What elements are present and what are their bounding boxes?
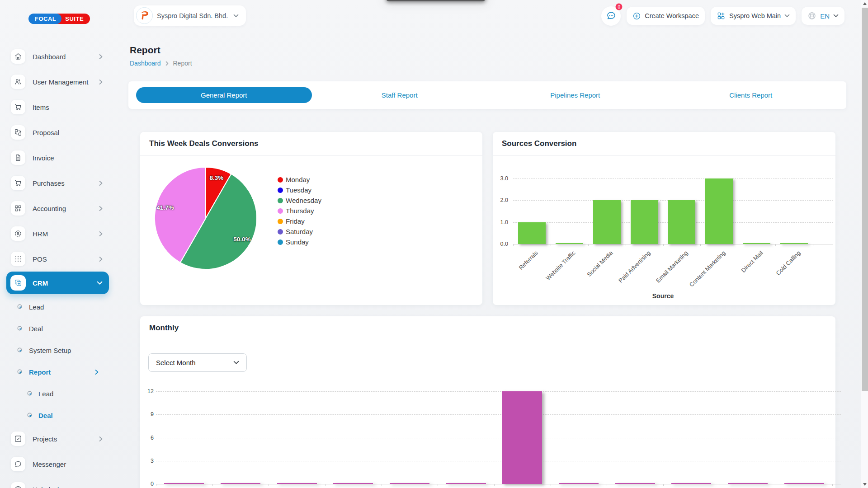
users-icon	[14, 78, 22, 86]
bar-referrals[interactable]	[518, 222, 546, 244]
chevron-right-icon	[95, 369, 99, 375]
legend-item[interactable]: Wednesday	[278, 195, 321, 206]
monthly-bar-chart: 036912	[140, 316, 835, 488]
bar-month-1[interactable]	[164, 483, 204, 484]
legend-label: Sunday	[286, 238, 309, 246]
bar-month-2[interactable]	[221, 483, 260, 484]
y-axis-tick: 3	[136, 458, 154, 464]
x-axis-tick	[607, 484, 607, 486]
sidebar-item-label: Dashboard	[33, 53, 66, 61]
tab-pipelines-report[interactable]: Pipelines Report	[487, 87, 663, 103]
x-axis-label: Content Marketing	[688, 249, 727, 288]
sidebar-item-purchases[interactable]: Purchases	[0, 170, 128, 196]
bar-email-marketing[interactable]	[668, 200, 695, 244]
sidebar-item-helpdesk[interactable]: Helpdesk	[0, 477, 128, 488]
gridline	[156, 391, 841, 392]
sidebar-subitem-system-setup[interactable]: System Setup	[0, 339, 128, 361]
bar-month-5[interactable]	[390, 483, 429, 484]
browser-overlay-shadow	[386, 0, 486, 1]
sidebar-subitem-lead[interactable]: Lead	[0, 383, 128, 404]
workspace-switcher[interactable]: Syspro Web Main	[711, 7, 796, 25]
sidebar-item-crm[interactable]: CRM	[6, 272, 109, 294]
breadcrumb-dashboard-link[interactable]: Dashboard	[130, 60, 161, 67]
sidebar-item-label: Projects	[33, 435, 57, 443]
sidebar-item-accounting[interactable]: Accounting	[0, 196, 128, 221]
bar-month-10[interactable]	[671, 483, 711, 484]
sidebar-subitem-label: Deal	[38, 412, 53, 419]
sidebar-icon-tile	[11, 482, 25, 488]
bar-month-6[interactable]	[446, 483, 486, 484]
tab-general-report[interactable]: General Report	[136, 87, 312, 103]
help-icon	[14, 485, 22, 488]
x-axis-tick	[382, 484, 382, 486]
sidebar-subitem-label: Lead	[38, 390, 53, 398]
sidebar-item-user-management[interactable]: User Management	[0, 69, 128, 94]
sidebar-subitem-deal[interactable]: Deal	[0, 318, 128, 339]
legend-item[interactable]: Friday	[278, 216, 321, 226]
bar-paid-advertising[interactable]	[631, 200, 658, 244]
sidebar-item-proposal[interactable]: Proposal	[0, 120, 128, 145]
bar-month-4[interactable]	[333, 483, 373, 484]
x-axis-tick	[813, 244, 813, 246]
legend-item[interactable]: Tuesday	[278, 185, 321, 195]
sidebar-subitem-report[interactable]: Report	[0, 361, 128, 383]
sidebar-item-chevron	[97, 281, 103, 285]
tab-clients-report[interactable]: Clients Report	[663, 87, 839, 103]
sidebar-item-projects[interactable]: Projects	[0, 426, 128, 451]
bar-month-11[interactable]	[728, 483, 768, 484]
bullet-icon	[17, 324, 22, 333]
x-axis-label: Cold Calling	[774, 249, 802, 277]
bar-month-3[interactable]	[277, 483, 317, 484]
create-workspace-button[interactable]: Create Workspace	[627, 7, 705, 25]
bar-social-media[interactable]	[593, 200, 621, 244]
bar-month-9[interactable]	[615, 483, 655, 484]
legend-item[interactable]: Sunday	[278, 237, 321, 247]
company-selector[interactable]: Syspro Digital Sdn. Bhd.	[134, 5, 246, 26]
bar-month-8[interactable]	[559, 483, 599, 484]
breadcrumb: Dashboard Report	[130, 60, 192, 67]
page-scrollbar[interactable]	[861, 0, 868, 488]
legend-dot	[278, 208, 283, 214]
sidebar-item-invoice[interactable]: Invoice	[0, 145, 128, 170]
sidebar-item-items[interactable]: Items	[0, 94, 128, 120]
transform-icon	[14, 128, 22, 136]
logo-part-focal: FOCAL	[28, 14, 61, 24]
bar-direct-mail[interactable]	[743, 243, 770, 244]
sidebar-item-dashboard[interactable]: Dashboard	[0, 44, 128, 69]
language-selector[interactable]: EN	[802, 7, 844, 25]
scrollbar-up-arrow[interactable]	[861, 0, 868, 7]
sidebar-icon-tile	[11, 252, 25, 266]
sidebar-subitem-deal[interactable]: Deal	[0, 404, 128, 426]
legend-item[interactable]: Monday	[278, 174, 321, 185]
legend-item[interactable]: Saturday	[278, 226, 321, 237]
sidebar-item-messenger[interactable]: Messenger	[0, 451, 128, 477]
scrollbar-thumb[interactable]	[862, 8, 868, 391]
sidebar-item-pos[interactable]: POS	[0, 246, 128, 272]
sidebar-item-label: POS	[33, 255, 47, 263]
bar-website-traffic[interactable]	[556, 243, 583, 244]
chevron-right-icon	[99, 206, 103, 211]
x-axis-tick	[700, 244, 701, 246]
bullet-circle-icon	[17, 347, 22, 352]
bar-content-marketing[interactable]	[705, 178, 733, 244]
x-axis-tick	[588, 244, 589, 246]
chat-button[interactable]: 0	[601, 6, 621, 26]
scrollbar-down-arrow[interactable]	[861, 481, 868, 488]
sidebar-subitem-lead[interactable]: Lead	[0, 296, 128, 318]
bar-cold-calling[interactable]	[780, 243, 808, 244]
legend-item[interactable]: Thursday	[278, 206, 321, 216]
card-monthly: Monthly Select Month 036912	[140, 316, 835, 488]
tab-staff-report[interactable]: Staff Report	[312, 87, 488, 103]
topbar: Syspro Digital Sdn. Bhd. 0 Create Worksp…	[128, 0, 861, 32]
chevron-right-icon	[99, 79, 103, 85]
bar-month-12[interactable]	[784, 483, 824, 484]
bar-month-7[interactable]	[502, 391, 542, 484]
syspro-logo-icon	[139, 10, 151, 22]
y-axis-tick: 0	[136, 481, 154, 487]
card-title: Sources Conversion	[493, 132, 835, 156]
bullet-icon	[17, 346, 22, 354]
sidebar-item-hrm[interactable]: HRM	[0, 221, 128, 246]
app-logo[interactable]: FOCAL SUITE	[28, 14, 90, 24]
sidebar-item-label: Accounting	[33, 205, 66, 212]
x-axis-line	[513, 244, 833, 244]
